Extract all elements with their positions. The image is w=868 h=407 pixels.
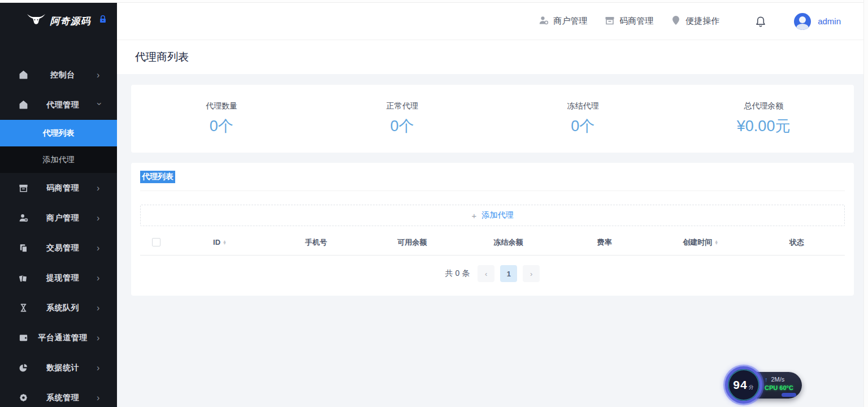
stat-value: ¥0.00元 [673,116,854,136]
upload-arrow-icon: ↑ [765,376,768,383]
select-all-cell [140,238,172,246]
user-menu[interactable]: admin [794,13,841,30]
column-rate: 费率 [557,237,653,248]
pie-icon [18,362,29,374]
speed-value: 2M/s [771,376,785,383]
top-strip [0,0,868,3]
header-nav-code-merchant[interactable]: 码商管理 [604,15,653,28]
sidebar-item-label: 平台通道管理 [29,333,97,343]
chevron-right-icon: › [97,304,102,313]
home-icon [18,99,29,111]
sidebar-item-label: 数据统计 [29,363,97,373]
trade-icon [18,243,29,254]
column-frozen-balance: 冻结余额 [460,237,556,248]
stat-label: 总代理余额 [673,101,854,111]
top-header: 商户管理 码商管理 便捷操作 admin [117,3,868,40]
network-speed: ↑ 2M/s [765,376,802,383]
table-header-row: ID ▲▼ 手机号 可用余额 冻结余额 费率 创建时间 ▲▼ 状态 [140,230,845,256]
stat-value: 0个 [312,116,493,136]
stat-normal-agents: 正常代理 0个 [312,101,493,136]
bull-logo-icon [27,13,46,29]
chevron-right-icon: › [97,184,102,193]
chevron-down-icon: › [95,102,104,108]
stats-card: 代理数量 0个 正常代理 0个 冻结代理 0个 总代理余额 ¥0.00元 [131,85,854,153]
score-value: 94分 [733,378,754,392]
header-nav-merchant[interactable]: 商户管理 [538,15,587,28]
brand-logo[interactable]: 阿奇源码 [0,3,117,39]
sidebar-item-transaction[interactable]: 交易管理 › [0,233,117,263]
sidebar-item-merchant[interactable]: 商户管理 › [0,203,117,233]
header-nav-label: 商户管理 [553,16,587,27]
sidebar-subitem-agent-list[interactable]: 代理列表 [0,120,117,146]
performance-monitor-widget[interactable]: ↑ 2M/s CPU 60°C 94分 [725,366,804,405]
chevron-right-icon: › [97,244,102,253]
add-agent-label: 添加代理 [481,210,513,220]
main-content: 代理数量 0个 正常代理 0个 冻结代理 0个 总代理余额 ¥0.00元 代理列… [117,74,868,407]
list-title-selected-text: 代理列表 [140,171,175,183]
chevron-right-icon: › [97,274,102,283]
score-gauge: 94分 [725,366,762,404]
stat-value: 0个 [493,116,674,136]
page-title: 代理商列表 [135,50,189,64]
sidebar-item-label: 商户管理 [29,213,97,223]
sidebar-item-system-settings[interactable]: 系统管理 › [0,383,117,407]
sort-icon[interactable]: ▲▼ [223,240,227,245]
plus-icon: + [472,211,477,220]
column-status: 状态 [749,237,845,248]
stat-label: 正常代理 [312,101,493,111]
avatar [794,13,811,30]
chevron-right-icon: › [97,71,102,80]
stat-agent-count: 代理数量 0个 [131,101,312,136]
gear-icon [18,392,29,404]
sidebar-item-console[interactable]: 控制台 › [0,60,117,90]
column-id[interactable]: ID ▲▼ [172,238,268,246]
select-all-checkbox[interactable] [152,238,160,246]
sidebar-item-platform-channel[interactable]: 平台通道管理 › [0,323,117,353]
pagination-page-1[interactable]: 1 [500,265,517,282]
sidebar-menu: 控制台 › 代理管理 › 代理列表 添加代理 [0,39,117,407]
stat-frozen-agents: 冻结代理 0个 [493,101,674,136]
sort-icon[interactable]: ▲▼ [714,240,718,245]
chevron-right-icon: › [97,334,102,343]
column-phone: 手机号 [268,237,364,248]
sidebar-item-agent-management[interactable]: 代理管理 › [0,90,117,120]
merchant-icon [18,213,29,224]
username: admin [818,16,841,26]
chevron-right-icon: › [97,214,102,223]
notification-bell-icon[interactable] [754,15,767,28]
sidebar-item-label: 控制台 [29,70,97,80]
sidebar-item-statistics[interactable]: 数据统计 › [0,353,117,383]
header-nav-label: 码商管理 [619,16,653,27]
home-icon [18,70,29,81]
stat-total-balance: 总代理余额 ¥0.00元 [673,101,854,136]
sidebar-item-system-queue[interactable]: 系统队列 › [0,293,117,323]
sidebar-item-code-merchant[interactable]: 码商管理 › [0,173,117,203]
scrollbar[interactable] [863,0,868,407]
lock-icon[interactable] [98,14,108,27]
sidebar-item-withdraw[interactable]: 提现管理 › [0,263,117,293]
sidebar-item-label: 系统队列 [29,303,97,313]
column-available-balance: 可用余额 [364,237,460,248]
pin-icon [670,15,682,28]
sidebar-item-label: 代理管理 [29,100,97,110]
withdraw-icon [18,272,29,284]
sidebar: 阿奇源码 控制台 › [0,3,117,407]
header-nav-label: 便捷操作 [685,16,719,27]
wallet-icon [18,332,29,344]
pagination: 共 0 条 ‹ 1 › [140,265,845,284]
sidebar-subitem-add-agent[interactable]: 添加代理 [0,146,117,173]
pagination-prev-button[interactable]: ‹ [478,265,494,282]
chevron-right-icon: › [97,393,102,402]
pagination-next-button[interactable]: › [523,265,540,282]
sidebar-item-label: 系统管理 [29,393,97,403]
store-icon [604,15,615,28]
agent-list-card: 代理列表 + 添加代理 ID ▲▼ 手机号 可用余额 冻结余额 [131,163,854,296]
pagination-total: 共 0 条 [445,269,470,279]
sidebar-item-label: 提现管理 [29,273,97,283]
page-title-band: 代理商列表 [117,40,868,74]
column-created-time[interactable]: 创建时间 ▲▼ [653,237,749,248]
stat-label: 冻结代理 [493,101,674,111]
stat-value: 0个 [131,116,312,136]
add-agent-button[interactable]: + 添加代理 [140,205,845,226]
header-nav-quick-actions[interactable]: 便捷操作 [670,15,719,28]
